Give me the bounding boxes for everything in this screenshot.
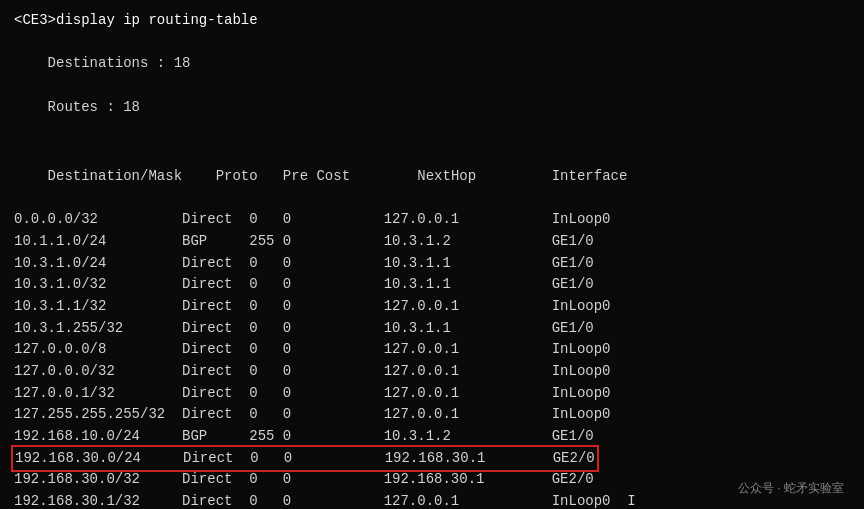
table-row: 10.3.1.255/32 Direct 0 0 10.3.1.1 GE1/0 <box>14 318 850 340</box>
col-nexthop: NextHop <box>384 168 552 184</box>
routes-label <box>48 77 132 93</box>
table-row: 127.0.0.1/32 Direct 0 0 127.0.0.1 InLoop… <box>14 383 850 405</box>
table-row: 192.168.10.0/24 BGP 255 0 10.3.1.2 GE1/0 <box>14 426 850 448</box>
table-row: 192.168.30.0/24 Direct 0 0 192.168.30.1 … <box>14 448 850 470</box>
watermark: 公众号 · 蛇矛实验室 <box>738 480 844 497</box>
table-row: 127.0.0.0/8 Direct 0 0 127.0.0.1 InLoop0 <box>14 339 850 361</box>
col-interface: Interface <box>552 168 628 184</box>
table-row: 192.168.30.1/32 Direct 0 0 127.0.0.1 InL… <box>14 491 850 509</box>
column-headers: Destination/Mask Proto Pre Cost NextHop … <box>14 144 850 209</box>
table-row: 0.0.0.0/32 Direct 0 0 127.0.0.1 InLoop0 <box>14 209 850 231</box>
table-row: 127.0.0.0/32 Direct 0 0 127.0.0.1 InLoop… <box>14 361 850 383</box>
command-line: <CE3>display ip routing-table <box>14 10 850 32</box>
table-row: 10.3.1.0/32 Direct 0 0 10.3.1.1 GE1/0 <box>14 274 850 296</box>
col-cost: Cost <box>316 168 383 184</box>
destinations-count: Destinations : 18 <box>48 55 191 71</box>
table-row: 127.255.255.255/32 Direct 0 0 127.0.0.1 … <box>14 404 850 426</box>
col-proto: Proto <box>216 168 283 184</box>
table-row: 192.168.30.0/32 Direct 0 0 192.168.30.1 … <box>14 469 850 491</box>
routes-count: Routes : 18 <box>48 99 140 115</box>
col-pre: Pre <box>283 168 317 184</box>
summary-line: Destinations : 18 Routes : 18 <box>14 32 850 140</box>
table-row: 10.3.1.1/32 Direct 0 0 127.0.0.1 InLoop0 <box>14 296 850 318</box>
table-row: 10.1.1.0/24 BGP 255 0 10.3.1.2 GE1/0 <box>14 231 850 253</box>
col-dest: Destination/Mask <box>48 168 216 184</box>
routing-table: 0.0.0.0/32 Direct 0 0 127.0.0.1 InLoop01… <box>14 209 850 509</box>
table-row: 10.3.1.0/24 Direct 0 0 10.3.1.1 GE1/0 <box>14 253 850 275</box>
terminal-window: <CE3>display ip routing-table Destinatio… <box>0 0 864 509</box>
